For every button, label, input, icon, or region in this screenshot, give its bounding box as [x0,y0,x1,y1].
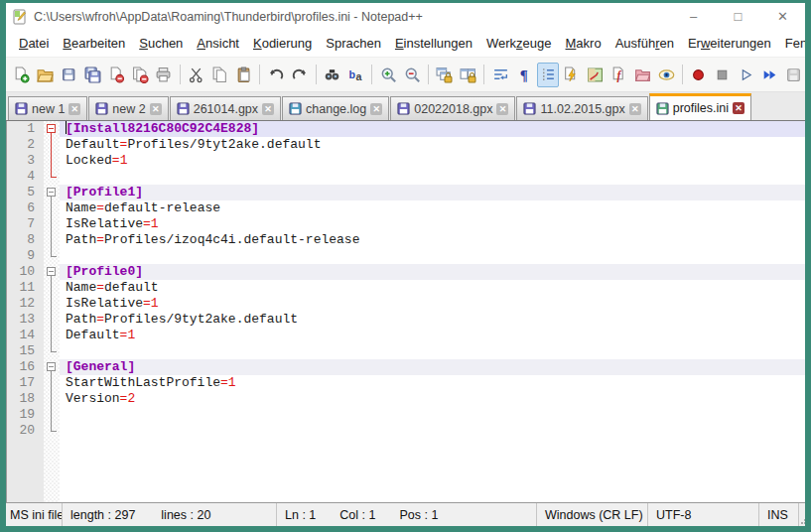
editor-line-1[interactable]: 1[Install8216C80C92C4E828] [6,121,805,137]
code-text[interactable] [60,423,805,439]
fold-collapse-icon[interactable] [47,124,56,133]
editor-line-2[interactable]: 2Default=Profiles/9tyt2ake.default [6,137,805,153]
editor-line-6[interactable]: 6Name=default-release [6,200,805,216]
copy-button[interactable] [209,63,231,87]
editor-line-19[interactable]: 19 [6,407,805,423]
close-button[interactable]: ✕ [760,3,805,30]
fold-margin[interactable] [44,137,60,153]
user-defined-language-button[interactable] [561,63,583,87]
save-button[interactable] [59,63,80,87]
fold-margin[interactable] [44,185,60,200]
editor-line-17[interactable]: 17StartWithLastProfile=1 [6,375,805,391]
fold-margin[interactable] [44,216,60,232]
code-text[interactable]: Version=2 [60,391,805,407]
tab-new-1[interactable]: new 1 ✕ [8,96,87,120]
editor-empty-area[interactable] [6,439,805,502]
fold-margin[interactable] [44,248,60,264]
play-macro-button[interactable] [736,63,757,87]
code-text[interactable]: Name=default-release [60,200,805,216]
menu-suchen[interactable]: Suchen [132,33,190,54]
code-text[interactable]: [Profile0] [60,264,805,280]
fold-margin[interactable] [44,328,60,343]
menu-ansicht[interactable]: Ansicht [190,33,246,54]
menu-bearbeiten[interactable]: Bearbeiten [56,33,132,54]
tab-02022018.gpx[interactable]: 02022018.gpx ✕ [390,96,515,120]
tab-new-2[interactable]: new 2 ✕ [88,96,168,120]
fold-collapse-icon[interactable] [47,362,56,371]
editor-line-16[interactable]: 16[General] [6,359,805,375]
code-text[interactable]: Path=Profiles/izoq4c4i.default-release [60,232,805,248]
code-text[interactable] [60,343,805,359]
fold-margin[interactable] [44,232,60,248]
editor-line-5[interactable]: 5[Profile1] [6,185,805,200]
fold-margin[interactable] [44,391,60,407]
tab-261014.gpx[interactable]: 261014.gpx ✕ [170,96,281,120]
sync-scroll-horizontal-button[interactable] [458,63,479,87]
tab-close-icon[interactable]: ✕ [370,103,382,115]
tab-11.02.2015.gpx[interactable]: 11.02.2015.gpx ✕ [516,96,647,120]
sync-scroll-vertical-button[interactable] [434,63,456,87]
menu-erweiterungen[interactable]: Erweiterungen [681,33,778,54]
fold-margin[interactable] [44,296,60,312]
code-text[interactable] [60,169,805,185]
fold-margin[interactable] [44,312,60,328]
fold-margin[interactable] [44,407,60,423]
menu-werkzeuge[interactable]: Werkzeuge [479,33,559,54]
menu-makro[interactable]: Makro [559,33,608,54]
tab-profiles.ini[interactable]: profiles.ini ✕ [649,93,751,120]
zoom-out-button[interactable] [401,63,423,87]
menu-ausfhren[interactable]: Ausführen [608,33,681,54]
code-text[interactable] [60,248,805,264]
fold-margin[interactable] [44,200,60,216]
menu-kodierung[interactable]: Kodierung [246,33,319,54]
replace-button[interactable]: ba [345,63,367,87]
function-list-button[interactable]: f [608,63,630,87]
redo-button[interactable] [289,63,311,87]
document-map-button[interactable] [585,63,607,87]
open-file-button[interactable] [35,63,57,87]
code-text[interactable]: [Profile1] [60,185,805,200]
fold-margin[interactable] [44,280,60,296]
tab-close-icon[interactable]: ✕ [150,103,162,115]
editor-line-7[interactable]: 7IsRelative=1 [6,216,805,232]
tab-change.log[interactable]: change.log ✕ [282,96,389,120]
menu-einstellungen[interactable]: Einstellungen [388,33,479,54]
status-insert-mode[interactable]: INS [759,503,799,526]
code-text[interactable]: Path=Profiles/9tyt2ake.default [60,312,805,328]
editor-line-11[interactable]: 11Name=default [6,280,805,296]
zoom-in-button[interactable] [377,63,399,87]
minimize-button[interactable]: – [671,3,716,30]
editor-line-9[interactable]: 9 [6,248,805,264]
stop-macro-button[interactable] [712,63,734,87]
fold-margin[interactable] [44,375,60,391]
code-text[interactable]: StartWithLastProfile=1 [60,375,805,391]
indent-guide-button[interactable] [537,63,559,87]
find-button[interactable] [322,63,343,87]
save-all-button[interactable] [82,63,104,87]
code-text[interactable]: Default=Profiles/9tyt2ake.default [60,137,805,153]
editor-line-13[interactable]: 13Path=Profiles/9tyt2ake.default [6,312,805,328]
editor-line-8[interactable]: 8Path=Profiles/izoq4c4i.default-release [6,232,805,248]
editor-line-14[interactable]: 14Default=1 [6,328,805,343]
paste-button[interactable] [232,63,254,87]
editor-line-15[interactable]: 15 [6,343,805,359]
maximize-button[interactable]: □ [716,3,760,30]
fold-margin[interactable] [44,121,60,137]
tab-close-icon[interactable]: ✕ [496,103,508,115]
editor-area[interactable]: 1[Install8216C80C92C4E828]2Default=Profi… [6,120,805,502]
menu-sprachen[interactable]: Sprachen [319,33,388,54]
editor-line-20[interactable]: 20 [6,423,805,439]
tab-close-icon[interactable]: ✕ [733,102,744,114]
menu-datei[interactable]: Datei [12,33,56,54]
fold-collapse-icon[interactable] [47,188,56,197]
fold-collapse-icon[interactable] [47,267,56,276]
code-text[interactable] [60,407,805,423]
print-button[interactable] [153,63,175,87]
folder-as-workspace-button[interactable] [631,63,653,87]
tab-close-icon[interactable]: ✕ [68,103,80,115]
fold-margin[interactable] [44,423,60,439]
resize-grip[interactable] [799,503,811,526]
word-wrap-button[interactable] [489,63,511,87]
show-all-characters-button[interactable]: ¶ [513,63,535,87]
fold-margin[interactable] [44,153,60,169]
